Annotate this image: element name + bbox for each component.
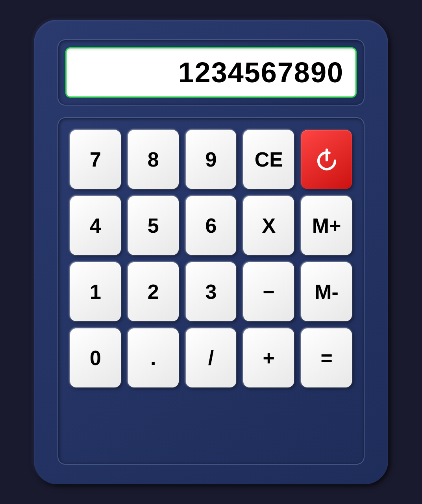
btn-equals[interactable]: = <box>301 328 352 387</box>
power-icon <box>313 146 341 173</box>
display-value: 1234567890 <box>178 56 344 89</box>
btn-dot[interactable]: . <box>128 328 179 387</box>
btn-plus[interactable]: + <box>243 328 294 387</box>
btn-3[interactable]: 3 <box>186 262 237 321</box>
keypad-row-2: 4 5 6 X M+ <box>70 196 352 255</box>
keypad-row-4: 0 . / + = <box>70 328 352 387</box>
btn-9[interactable]: 9 <box>186 130 237 189</box>
btn-mminus[interactable]: M- <box>301 262 352 321</box>
btn-multiply[interactable]: X <box>243 196 294 255</box>
btn-5[interactable]: 5 <box>128 196 179 255</box>
keypad-row-3: 1 2 3 − M- <box>70 262 352 321</box>
btn-power[interactable] <box>301 130 352 189</box>
btn-8[interactable]: 8 <box>128 130 179 189</box>
btn-ce[interactable]: CE <box>243 130 294 189</box>
btn-1[interactable]: 1 <box>70 262 121 321</box>
display-container: 1234567890 <box>57 39 365 106</box>
keypad-row-1: 7 8 9 CE <box>70 130 352 189</box>
calculator: 1234567890 7 8 9 CE <box>34 20 388 484</box>
btn-6[interactable]: 6 <box>186 196 237 255</box>
keypad: 7 8 9 CE <box>57 117 365 465</box>
display-screen: 1234567890 <box>65 47 357 98</box>
btn-2[interactable]: 2 <box>128 262 179 321</box>
btn-0[interactable]: 0 <box>70 328 121 387</box>
btn-7[interactable]: 7 <box>70 130 121 189</box>
btn-divide[interactable]: / <box>186 328 237 387</box>
btn-minus[interactable]: − <box>243 262 294 321</box>
btn-4[interactable]: 4 <box>70 196 121 255</box>
btn-mplus[interactable]: M+ <box>301 196 352 255</box>
